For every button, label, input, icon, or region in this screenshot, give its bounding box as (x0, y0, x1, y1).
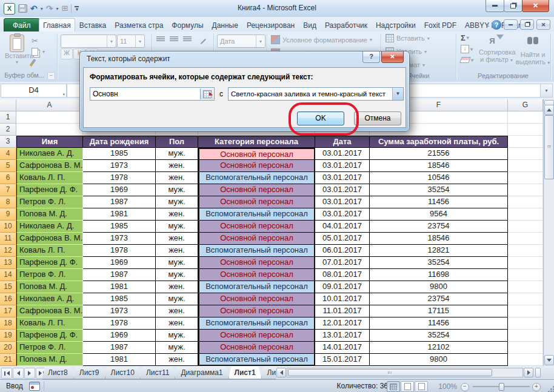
cell-C17[interactable]: жен. (156, 305, 198, 317)
prev-sheet-button[interactable] (13, 368, 24, 379)
cell-E20[interactable]: 14.01.2017 (315, 342, 370, 354)
cell-A10[interactable]: Николаев А. Д. (16, 221, 83, 233)
cell-G21[interactable] (508, 354, 543, 366)
cell-E19[interactable]: 13.01.2017 (315, 330, 370, 342)
sheet-tab-Лист1[interactable]: Лист1 (229, 367, 262, 379)
table-header-C3[interactable]: Пол (156, 136, 198, 148)
sheet-tab-Лист9[interactable]: Лист9 (73, 367, 105, 379)
cell-D10[interactable]: Основной персонал (198, 221, 315, 233)
cell-D11[interactable]: Основной персонал (198, 233, 315, 245)
cell-E5[interactable]: 03.01.2017 (315, 160, 370, 172)
row-header-16[interactable]: 16 (0, 293, 16, 305)
cell-E15[interactable]: 09.01.2017 (315, 281, 370, 293)
cell-B15[interactable]: 1981 (83, 281, 156, 293)
help-icon[interactable]: ? (492, 20, 501, 30)
cell-E9[interactable]: 03.01.2017 (315, 208, 370, 221)
fill-button[interactable]: ↓▾ (461, 45, 473, 53)
cell-G16[interactable] (508, 293, 543, 305)
cell-F6[interactable]: 10546 (370, 172, 508, 184)
name-box-dropdown-icon[interactable]: ▾ (62, 88, 65, 101)
row-header-7[interactable]: 7 (0, 184, 16, 196)
cell-E16[interactable]: 10.01.2017 (315, 293, 370, 305)
sort-filter-button[interactable]: Я Сортировкаи фильтр ▾ (479, 33, 514, 64)
workbook-restore-button[interactable] (520, 19, 534, 30)
cell-G14[interactable] (508, 269, 543, 281)
cell-B10[interactable]: 1985 (83, 221, 156, 233)
row-header-17[interactable]: 17 (0, 305, 16, 317)
ribbon-tab-Данные[interactable]: Данные (208, 18, 242, 32)
page-break-view-button[interactable] (415, 381, 428, 392)
cell-D13[interactable]: Основной персонал (198, 257, 315, 269)
cell-D15[interactable]: Вспомогательный персонал (198, 281, 315, 293)
cell-G3[interactable] (508, 136, 543, 148)
cell-B16[interactable]: 1985 (83, 293, 156, 305)
ribbon-tab-Вид[interactable]: Вид (299, 18, 321, 32)
file-tab[interactable]: Файл (4, 18, 40, 32)
row-header-11[interactable]: 11 (0, 233, 16, 245)
conditional-formatting-button[interactable]: Условное форматирование ▾ (271, 35, 372, 44)
cell-A18[interactable]: Коваль Л. П. (16, 317, 83, 330)
cell-F5[interactable]: 18546 (370, 160, 508, 172)
cell-D14[interactable]: Основной персонал (198, 269, 315, 281)
bold-button[interactable]: Ж (61, 48, 73, 59)
ribbon-tab-Главная[interactable]: Главная (39, 18, 75, 32)
scroll-right-button[interactable] (524, 368, 533, 377)
sheet-tab-Лист8[interactable]: Лист8 (42, 367, 74, 379)
cancel-button[interactable]: Отмена (354, 111, 401, 125)
zoom-level[interactable]: 100% (438, 382, 457, 391)
cell-A21[interactable]: Попова М. Д. (16, 354, 83, 366)
ribbon-tab-Надстройки[interactable]: Надстройки (372, 18, 420, 32)
cell-F10[interactable]: 23754 (370, 221, 508, 233)
cell-D6[interactable]: Вспомогательный персонал (198, 172, 315, 184)
row-header-20[interactable]: 20 (0, 342, 16, 354)
cell-F12[interactable]: 12821 (370, 245, 508, 257)
zoom-in-button[interactable]: + (532, 383, 541, 391)
close-button[interactable]: ✕ (522, 0, 549, 12)
sheet-tab-Диаграмма1[interactable]: Диаграмма1 (175, 367, 229, 379)
row-header-5[interactable]: 5 (0, 160, 16, 172)
expand-formula-bar-icon[interactable]: ▾ (540, 84, 553, 98)
cell-F21[interactable]: 9800 (370, 354, 508, 366)
row-header-15[interactable]: 15 (0, 281, 16, 293)
cell-D4[interactable]: Основной персонал (198, 148, 315, 160)
cell-B4[interactable]: 1985 (83, 148, 156, 160)
cell-D9[interactable]: Вспомогательный персонал (198, 208, 315, 221)
cell-G7[interactable] (508, 184, 543, 196)
align-bottom-icon[interactable] (183, 36, 192, 42)
cell-D8[interactable]: Основной персонал (198, 196, 315, 208)
row-header-12[interactable]: 12 (0, 245, 16, 257)
row-header-4[interactable]: 4 (0, 148, 16, 160)
cell-E17[interactable]: 11.01.2017 (315, 305, 370, 317)
cell-G5[interactable] (508, 160, 543, 172)
cell-C18[interactable]: жен. (156, 317, 198, 330)
ribbon-tab-Foxit PDF[interactable]: Foxit PDF (420, 18, 461, 32)
cell-E10[interactable]: 04.01.2017 (315, 221, 370, 233)
row-header-3[interactable]: 3 (0, 136, 16, 148)
cell-B11[interactable]: 1973 (83, 233, 156, 245)
macro-record-icon[interactable] (29, 382, 40, 391)
cell-A1[interactable] (16, 111, 83, 124)
cell-A20[interactable]: Петров Ф. Л. (16, 342, 83, 354)
cell-C12[interactable]: жен. (156, 245, 198, 257)
row-header-2[interactable]: 2 (0, 124, 16, 136)
orientation-icon[interactable] (196, 34, 206, 44)
copy-button[interactable]: ▾ (32, 46, 55, 57)
cell-E11[interactable]: 05.01.2017 (315, 233, 370, 245)
cell-G10[interactable] (508, 221, 543, 233)
autosum-button[interactable]: Σ▾ (461, 33, 469, 42)
cell-B9[interactable]: 1981 (83, 208, 156, 221)
page-layout-view-button[interactable] (401, 381, 414, 392)
paste-button[interactable]: Вставить ▾ (5, 35, 29, 65)
cell-B13[interactable]: 1969 (83, 257, 156, 269)
row-header-1[interactable]: 1 (0, 111, 16, 124)
cell-E14[interactable]: 08.01.2017 (315, 269, 370, 281)
row-header-14[interactable]: 14 (0, 269, 16, 281)
cell-G18[interactable] (508, 317, 543, 330)
cell-D7[interactable]: Основной персонал (198, 184, 315, 196)
scroll-down-button[interactable] (544, 355, 554, 365)
dropdown-arrow-icon[interactable]: ▼ (392, 88, 403, 100)
table-header-F3[interactable]: Сумма заработной платы, руб. (370, 136, 508, 148)
cell-C7[interactable]: муж. (156, 184, 198, 196)
collapse-ribbon-icon[interactable]: ▵ (486, 21, 489, 28)
cell-D19[interactable]: Основной персонал (198, 330, 315, 342)
